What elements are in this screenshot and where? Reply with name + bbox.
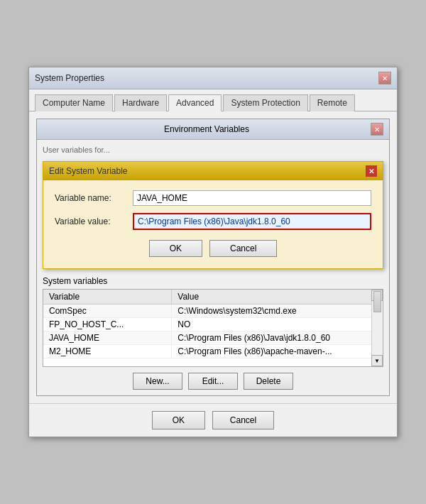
sys-vars-delete-button[interactable]: Delete [244,373,293,390]
table-cell-variable: FP_NO_HOST_C... [43,318,172,332]
table-cell-variable: JAVA_HOME [43,332,172,345]
scrollbar-thumb[interactable] [373,291,381,312]
edit-dialog-title: Edit System Variable [49,166,128,176]
table-header-row: Variable Value [43,290,383,305]
scrollbar[interactable]: ▲ ▼ [371,290,383,366]
column-variable: Variable [43,290,172,305]
system-variables-label: System variables [43,276,383,286]
bottom-buttons: OK Cancel [29,403,397,437]
user-vars-hint: User variables for... [43,146,383,157]
tab-hardware[interactable]: Hardware [114,94,167,111]
edit-dialog-titlebar: Edit System Variable ✕ [43,162,383,180]
variable-name-input[interactable] [133,190,371,206]
table-row[interactable]: ComSpecC:\Windows\system32\cmd.exe [43,305,383,318]
column-value: Value [172,290,383,305]
table-cell-variable: ComSpec [43,305,172,318]
tabs-row: Computer Name Hardware Advanced System P… [29,89,397,111]
system-variables-table: Variable Value ComSpecC:\Windows\system3… [43,290,383,358]
tab-system-protection[interactable]: System Protection [223,94,307,111]
table-cell-value: C:\Windows\system32\cmd.exe [172,305,383,318]
env-vars-titlebar: Environment Variables ✕ [37,119,389,140]
variable-name-label: Variable name: [55,193,133,203]
sys-vars-new-button[interactable]: New... [133,373,182,390]
table-cell-value: C:\Program Files (x86)\apache-maven-... [172,345,383,358]
env-vars-close-button[interactable]: ✕ [371,123,383,136]
sys-vars-edit-button[interactable]: Edit... [188,373,238,390]
tab-remote[interactable]: Remote [310,94,355,111]
env-vars-title: Environment Variables [43,124,371,134]
scroll-down-button[interactable]: ▼ [371,355,383,366]
edit-dialog-close-button[interactable]: ✕ [366,165,377,177]
environment-variables-panel: Environment Variables ✕ User variables f… [36,119,390,396]
tab-computer-name[interactable]: Computer Name [35,94,113,111]
tab-advanced[interactable]: Advanced [168,94,222,111]
table-row[interactable]: M2_HOMEC:\Program Files (x86)\apache-mav… [43,345,383,358]
system-properties-title: System Properties [35,73,104,83]
variable-value-row: Variable value: [55,213,371,230]
variable-value-input[interactable] [133,213,371,230]
system-properties-window: System Properties ✕ Computer Name Hardwa… [28,67,398,437]
system-variables-table-container: Variable Value ComSpecC:\Windows\system3… [43,289,383,367]
env-vars-content: User variables for... Edit System Variab… [37,140,389,395]
variable-value-label: Variable value: [55,217,133,226]
cancel-button[interactable]: Cancel [212,411,274,429]
edit-dialog-cancel-button[interactable]: Cancel [209,240,277,257]
table-cell-value: NO [172,318,383,332]
edit-dialog-body: Variable name: Variable value: OK Cancel [43,180,383,268]
system-variables-section: System variables Variable Value ComS [43,276,383,390]
titlebar-controls: ✕ [378,72,391,84]
system-properties-close-button[interactable]: ✕ [378,72,391,84]
ok-button[interactable]: OK [152,411,205,429]
table-cell-value: C:\Program Files (x86)\Java\jdk1.8.0_60 [172,332,383,345]
edit-dialog-buttons: OK Cancel [55,237,371,261]
edit-dialog-ok-button[interactable]: OK [149,240,202,257]
sys-props-content: Environment Variables ✕ User variables f… [29,111,397,403]
table-row[interactable]: FP_NO_HOST_C...NO [43,318,383,332]
system-properties-titlebar: System Properties ✕ [29,67,397,89]
edit-system-variable-dialog: Edit System Variable ✕ Variable name: [43,161,383,269]
table-cell-variable: M2_HOME [43,345,172,358]
table-row[interactable]: JAVA_HOMEC:\Program Files (x86)\Java\jdk… [43,332,383,345]
variable-name-row: Variable name: [55,190,371,206]
system-variables-buttons: New... Edit... Delete [43,373,383,390]
